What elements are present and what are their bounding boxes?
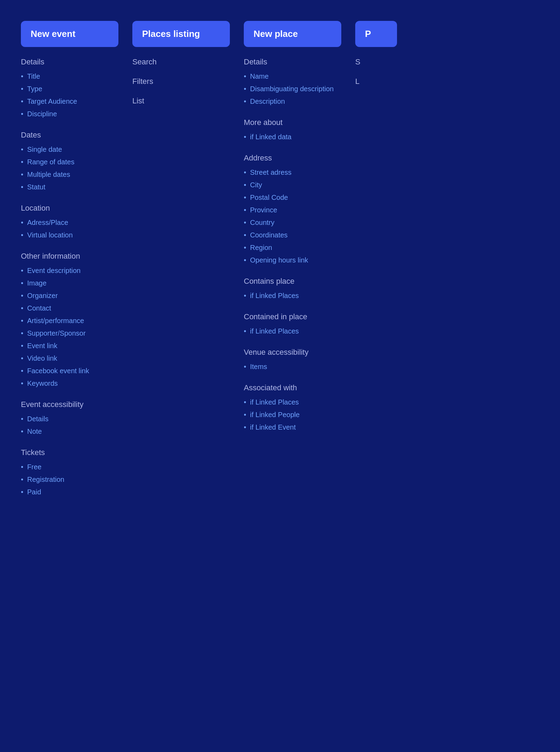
list-item: Type <box>21 83 118 95</box>
column-places-listing: Places listing Search Filters List <box>125 21 237 509</box>
list-item: Name <box>244 70 341 83</box>
section-filters: Filters <box>132 77 230 86</box>
section-title-partial-s: S <box>355 57 397 66</box>
page-container: New event Details Title Type Target Audi… <box>0 0 560 530</box>
list-item: Virtual location <box>21 229 118 241</box>
section-list: List <box>132 96 230 105</box>
section-location: Location Adress/Place Virtual location <box>21 204 118 241</box>
list-item: Postal Code <box>244 191 341 204</box>
column-title-places-listing: Places listing <box>142 29 200 39</box>
section-other-info: Other information Event description Imag… <box>21 252 118 390</box>
section-title-associated-with: Associated with <box>244 383 341 392</box>
section-title-partial-l: L <box>355 77 397 86</box>
column-partial: P S L <box>348 21 404 509</box>
list-item: Disambiguating description <box>244 83 341 95</box>
list-item: Registration <box>21 473 118 486</box>
item-list-associated-with: if Linked Places if Linked People if Lin… <box>244 396 341 433</box>
list-item: Video link <box>21 352 118 365</box>
list-item: Discipline <box>21 108 118 120</box>
section-title-details-event: Details <box>21 57 118 66</box>
list-item: Contact <box>21 302 118 314</box>
column-header-places-listing: Places listing <box>132 21 230 47</box>
list-item: Title <box>21 70 118 83</box>
list-item: if Linked Places <box>244 396 341 408</box>
list-item: Statut <box>21 181 118 193</box>
column-title-new-event: New event <box>31 29 76 39</box>
list-item: if Linked People <box>244 408 341 421</box>
section-title-contains-place: Contains place <box>244 277 341 286</box>
list-item: Free <box>21 461 118 473</box>
list-item: Single date <box>21 143 118 156</box>
section-contained-in-place: Contained in place if Linked Places <box>244 312 341 337</box>
section-details-event: Details Title Type Target Audience Disci… <box>21 57 118 120</box>
section-partial-l: L <box>355 77 397 86</box>
section-title-other-info: Other information <box>21 252 118 261</box>
section-title-event-accessibility: Event accessibility <box>21 400 118 409</box>
item-list-tickets: Free Registration Paid <box>21 461 118 498</box>
section-title-filters: Filters <box>132 77 230 86</box>
section-partial-s: S <box>355 57 397 66</box>
section-more-about: More about if Linked data <box>244 118 341 143</box>
section-title-more-about: More about <box>244 118 341 127</box>
section-details-place: Details Name Disambiguating description … <box>244 57 341 108</box>
list-item: Details <box>21 413 118 425</box>
section-venue-accessibility: Venue accessibility Items <box>244 348 341 373</box>
list-item: Keywords <box>21 377 118 390</box>
section-tickets: Tickets Free Registration Paid <box>21 448 118 498</box>
section-title-address: Address <box>244 154 341 163</box>
list-item: if Linked Event <box>244 421 341 433</box>
section-title-tickets: Tickets <box>21 448 118 457</box>
list-item: Facebook event link <box>21 365 118 377</box>
list-item: Region <box>244 241 341 254</box>
list-item: if Linked data <box>244 131 341 143</box>
column-title-partial: P <box>365 29 371 39</box>
section-title-list: List <box>132 96 230 105</box>
item-list-other-info: Event description Image Organizer Contac… <box>21 264 118 390</box>
list-item: Street adress <box>244 166 341 179</box>
list-item: Coordinates <box>244 229 341 241</box>
list-item: Province <box>244 204 341 216</box>
list-item: Description <box>244 95 341 108</box>
list-item: Items <box>244 360 341 373</box>
list-item: Event link <box>21 339 118 352</box>
column-title-new-place: New place <box>254 29 298 39</box>
list-item: City <box>244 179 341 191</box>
list-item: Adress/Place <box>21 216 118 229</box>
list-item: Multiple dates <box>21 168 118 181</box>
section-address: Address Street adress City Postal Code P… <box>244 154 341 266</box>
section-search: Search <box>132 57 230 66</box>
item-list-location: Adress/Place Virtual location <box>21 216 118 241</box>
list-item: Supporter/Sponsor <box>21 327 118 339</box>
column-header-partial: P <box>355 21 397 47</box>
item-list-address: Street adress City Postal Code Province … <box>244 166 341 266</box>
list-item: if Linked Places <box>244 289 341 302</box>
list-item: Artist/performance <box>21 314 118 327</box>
section-event-accessibility: Event accessibility Details Note <box>21 400 118 438</box>
list-item: Paid <box>21 486 118 498</box>
list-item: Note <box>21 425 118 438</box>
list-item: Opening hours link <box>244 254 341 266</box>
item-list-more-about: if Linked data <box>244 131 341 143</box>
list-item: Organizer <box>21 289 118 302</box>
column-new-place: New place Details Name Disambiguating de… <box>237 21 348 509</box>
list-item: Country <box>244 216 341 229</box>
column-new-event: New event Details Title Type Target Audi… <box>14 21 125 509</box>
item-list-dates: Single date Range of dates Multiple date… <box>21 143 118 193</box>
list-item: Range of dates <box>21 156 118 168</box>
item-list-details-place: Name Disambiguating description Descript… <box>244 70 341 108</box>
item-list-event-accessibility: Details Note <box>21 413 118 438</box>
column-header-new-event: New event <box>21 21 118 47</box>
section-contains-place: Contains place if Linked Places <box>244 277 341 302</box>
list-item: if Linked Places <box>244 325 341 337</box>
item-list-contained-in-place: if Linked Places <box>244 325 341 337</box>
item-list-details-event: Title Type Target Audience Discipline <box>21 70 118 120</box>
section-title-dates: Dates <box>21 131 118 140</box>
section-title-search: Search <box>132 57 230 66</box>
section-associated-with: Associated with if Linked Places if Link… <box>244 383 341 433</box>
section-title-location: Location <box>21 204 118 213</box>
item-list-venue-accessibility: Items <box>244 360 341 373</box>
list-item: Event description <box>21 264 118 277</box>
section-title-contained-in-place: Contained in place <box>244 312 341 321</box>
item-list-contains-place: if Linked Places <box>244 289 341 302</box>
section-dates: Dates Single date Range of dates Multipl… <box>21 131 118 193</box>
